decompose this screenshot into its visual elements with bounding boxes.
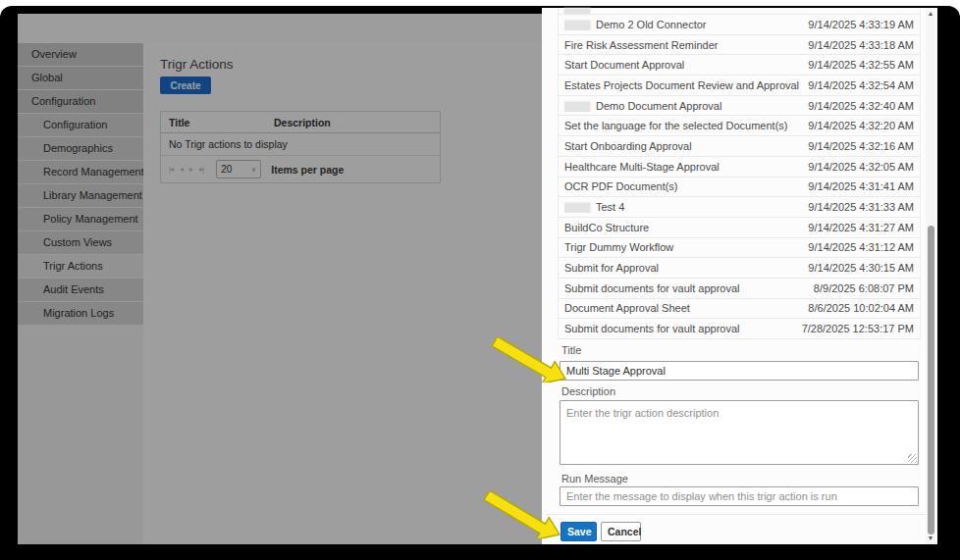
list-item-timestamp: 9/14/2025 4:32:05 AM (808, 161, 914, 173)
list-item-timestamp: 9/14/2025 4:33:19 AM (808, 19, 914, 30)
list-item[interactable]: Start Onboarding Approval9/14/2025 4:32:… (559, 136, 920, 157)
list-item-title: Start Onboarding Approval (564, 140, 800, 152)
list-item-timestamp: 9/14/2025 4:33:18 AM (808, 39, 914, 51)
footer-divider (546, 514, 926, 515)
list-item-title: OCR PDF Document(s) (564, 180, 800, 192)
run-message-field-label: Run Message (561, 473, 628, 484)
list-item-timestamp: 9/14/2025 4:31:12 AM (808, 241, 914, 253)
list-item-title: Demo 2 Old Connector (564, 19, 800, 30)
list-item-title: Healthcare Multi-Stage Approval (564, 161, 800, 173)
list-item-title: Trigr Dummy Workflow (564, 241, 800, 253)
scroll-down-icon[interactable]: ▼ (926, 533, 935, 544)
list-item-timestamp: 9/14/2025 4:32:54 AM (808, 79, 914, 91)
resize-handle-icon[interactable] (908, 454, 917, 463)
list-item[interactable]: Start Document Approval9/14/2025 4:32:55… (559, 55, 920, 76)
list-item-title: Submit documents for vault approval (564, 282, 806, 294)
list-item-partial[interactable] (559, 8, 920, 15)
list-item-title: Demo Document Approval (564, 100, 800, 112)
list-item-title: Estates Projects Document Review and App… (564, 79, 800, 91)
list-item[interactable]: Test 49/14/2025 4:31:33 AM (559, 197, 920, 218)
save-button[interactable]: Save (560, 522, 597, 541)
run-message-input[interactable] (560, 486, 919, 506)
list-item-timestamp: 7/28/2025 12:53:17 PM (802, 323, 914, 334)
list-item[interactable]: Submit documents for vault approval8/9/2… (559, 279, 920, 299)
list-item-timestamp: 9/14/2025 4:32:16 AM (808, 140, 914, 152)
cancel-button[interactable]: Cancel (601, 522, 641, 541)
redacted-text (564, 9, 590, 14)
list-item-title: Set the language for the selected Docume… (564, 120, 800, 131)
list-item-timestamp: 9/14/2025 4:32:20 AM (808, 120, 914, 131)
trigr-action-panel: Demo 2 Old Connector9/14/2025 4:33:19 AM… (542, 8, 937, 544)
list-item-title: Start Document Approval (564, 59, 800, 71)
list-item-timestamp: 8/9/2025 6:08:07 PM (814, 282, 914, 294)
list-item[interactable]: Trigr Dummy Workflow9/14/2025 4:31:12 AM (559, 238, 920, 259)
list-item[interactable]: Set the language for the selected Docume… (559, 116, 920, 136)
list-item[interactable]: Estates Projects Document Review and App… (559, 76, 920, 96)
redacted-text (564, 102, 590, 112)
list-item-title: Submit documents for vault approval (564, 323, 794, 334)
list-item-timestamp: 9/14/2025 4:31:33 AM (808, 201, 914, 213)
panel-scrollbar[interactable]: ▲ ▼ (926, 8, 935, 544)
list-item[interactable]: Submit for Approval9/14/2025 4:30:15 AM (559, 258, 920, 279)
app-dimmed-background: OverviewGlobalConfigurationConfiguration… (18, 14, 546, 544)
title-field-label: Title (561, 344, 581, 356)
redacted-text (564, 21, 590, 30)
workflow-list: Demo 2 Old Connector9/14/2025 4:33:19 AM… (558, 8, 921, 339)
list-item[interactable]: Demo Document Approval9/14/2025 4:32:40 … (559, 96, 920, 117)
modal-dim-overlay (18, 14, 546, 544)
list-item-timestamp: 9/14/2025 4:31:27 AM (808, 222, 914, 233)
list-item-timestamp: 9/14/2025 4:32:55 AM (808, 59, 914, 71)
list-item[interactable]: Fire Risk Assessment Reminder9/14/2025 4… (559, 35, 920, 56)
list-item-title: Submit for Approval (564, 262, 800, 274)
list-item[interactable]: Document Approval Sheet8/6/2025 10:02:04… (559, 299, 920, 320)
description-field-label: Description (561, 385, 615, 397)
list-item-timestamp: 9/14/2025 4:31:41 AM (808, 180, 914, 192)
list-item-timestamp: 8/6/2025 10:02:04 AM (808, 302, 914, 314)
list-item-timestamp: 9/14/2025 4:32:40 AM (808, 100, 914, 112)
list-item[interactable]: BuildCo Structure9/14/2025 4:31:27 AM (559, 218, 920, 238)
list-item-timestamp: 9/14/2025 4:30:15 AM (808, 262, 914, 274)
list-item[interactable]: Demo 2 Old Connector9/14/2025 4:33:19 AM (559, 15, 920, 35)
description-textarea[interactable] (560, 400, 919, 465)
title-input[interactable] (560, 361, 919, 381)
list-item-title: Fire Risk Assessment Reminder (564, 39, 800, 51)
list-item[interactable]: Submit documents for vault approval7/28/… (559, 319, 920, 339)
screenshot-stage: OverviewGlobalConfigurationConfiguration… (0, 0, 960, 560)
list-item[interactable]: Healthcare Multi-Stage Approval9/14/2025… (559, 157, 920, 178)
redacted-text (564, 203, 590, 213)
list-item-title: BuildCo Structure (564, 222, 800, 233)
list-item-title: Document Approval Sheet (564, 302, 800, 314)
list-item[interactable]: OCR PDF Document(s)9/14/2025 4:31:41 AM (559, 178, 920, 198)
scroll-up-icon[interactable]: ▲ (926, 8, 935, 20)
scrollbar-thumb[interactable] (928, 226, 934, 535)
list-item-title: Test 4 (564, 201, 800, 213)
